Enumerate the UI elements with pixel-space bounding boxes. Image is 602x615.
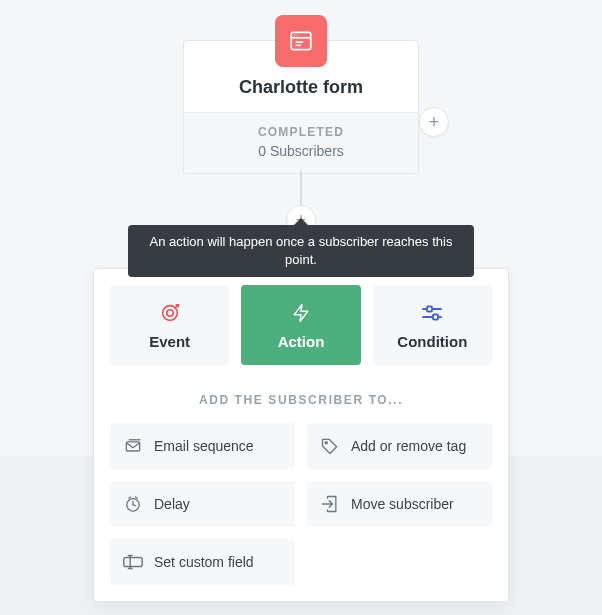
tab-label: Condition xyxy=(397,333,467,350)
field-icon xyxy=(122,551,144,573)
svg-rect-13 xyxy=(433,314,438,319)
action-email-sequence[interactable]: Email sequence xyxy=(110,423,295,469)
trigger-status-label: COMPLETED xyxy=(196,125,406,139)
svg-marker-9 xyxy=(294,304,307,321)
bolt-icon xyxy=(289,301,313,325)
action-set-custom-field[interactable]: Set custom field xyxy=(110,539,295,585)
add-branch-button[interactable]: + xyxy=(419,107,449,137)
action-label: Move subscriber xyxy=(351,496,454,512)
svg-point-7 xyxy=(166,309,172,315)
action-add-remove-tag[interactable]: Add or remove tag xyxy=(307,423,492,469)
export-icon xyxy=(319,493,341,515)
plus-icon: + xyxy=(429,113,440,131)
tab-action[interactable]: Action xyxy=(241,285,360,365)
svg-line-19 xyxy=(133,505,136,506)
svg-rect-11 xyxy=(427,306,432,311)
svg-rect-14 xyxy=(126,442,139,451)
target-icon xyxy=(158,301,182,325)
tab-label: Action xyxy=(278,333,325,350)
tooltip: An action will happen once a subscriber … xyxy=(128,225,474,277)
svg-rect-23 xyxy=(124,557,142,566)
trigger-title: Charlotte form xyxy=(184,77,418,112)
svg-line-20 xyxy=(129,497,131,498)
connector-line xyxy=(300,170,302,208)
action-delay[interactable]: Delay xyxy=(110,481,295,527)
action-label: Add or remove tag xyxy=(351,438,466,454)
action-label: Set custom field xyxy=(154,554,254,570)
action-label: Email sequence xyxy=(154,438,254,454)
action-move-subscriber[interactable]: Move subscriber xyxy=(307,481,492,527)
action-grid: Email sequence Add or remove tag xyxy=(110,423,492,585)
trigger-footer: COMPLETED 0 Subscribers xyxy=(184,112,418,173)
tab-label: Event xyxy=(149,333,190,350)
svg-line-21 xyxy=(136,497,138,498)
condition-icon xyxy=(420,301,444,325)
clock-icon xyxy=(122,493,144,515)
section-heading: ADD THE SUBSCRIBER TO... xyxy=(110,393,492,407)
svg-rect-0 xyxy=(291,32,311,49)
tab-event[interactable]: Event xyxy=(110,285,229,365)
tab-condition[interactable]: Condition xyxy=(373,285,492,365)
svg-point-3 xyxy=(297,34,298,35)
trigger-card[interactable]: Charlotte form COMPLETED 0 Subscribers xyxy=(183,40,419,174)
tag-icon xyxy=(319,435,341,457)
svg-point-16 xyxy=(325,442,327,444)
step-type-panel: Event Action xyxy=(93,268,509,602)
action-label: Delay xyxy=(154,496,190,512)
svg-point-2 xyxy=(294,34,295,35)
envelope-stack-icon xyxy=(122,435,144,457)
form-icon xyxy=(275,15,327,67)
trigger-subscribers-count: 0 Subscribers xyxy=(196,143,406,159)
step-type-tabs: Event Action xyxy=(110,285,492,365)
